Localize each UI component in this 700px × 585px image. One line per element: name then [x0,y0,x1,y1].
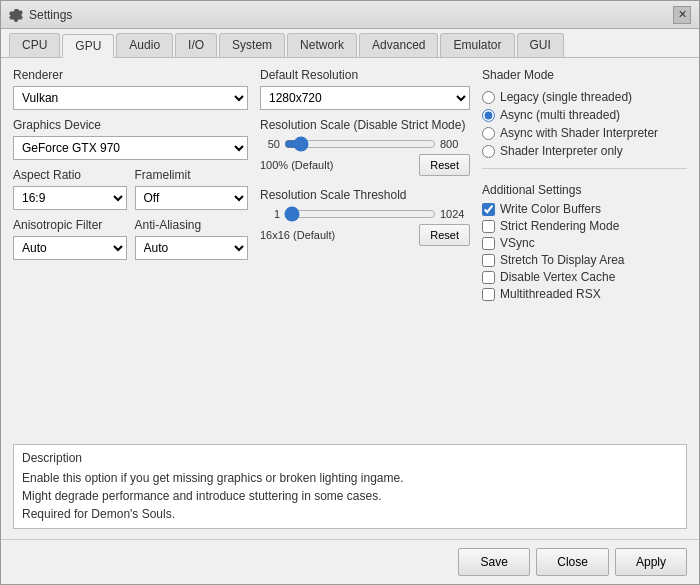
res-scale-slider-row: 50 800 [260,136,470,152]
write-color-label: Write Color Buffers [500,202,601,216]
shader-async-interpreter-label: Async with Shader Interpreter [500,126,658,140]
description-text: Enable this option if you get missing gr… [22,469,678,523]
shader-legacy-item: Legacy (single threaded) [482,90,687,104]
description-box: Description Enable this option if you ge… [13,444,687,529]
tab-system[interactable]: System [219,33,285,57]
shader-legacy-radio[interactable] [482,91,495,104]
apply-button[interactable]: Apply [615,548,687,576]
strict-rendering-label: Strict Rendering Mode [500,219,619,233]
res-threshold-slider[interactable] [284,206,436,222]
disable-vertex-item: Disable Vertex Cache [482,270,687,284]
write-color-item: Write Color Buffers [482,202,687,216]
res-threshold-min: 1 [260,208,280,220]
strict-rendering-item: Strict Rendering Mode [482,219,687,233]
titlebar-left: Settings [9,8,72,22]
tab-gui[interactable]: GUI [517,33,564,57]
res-threshold-label: Resolution Scale Threshold [260,188,470,202]
graphics-device-group: Graphics Device GeForce GTX 970 [13,118,248,160]
shader-interpreter-only-radio[interactable] [482,145,495,158]
res-threshold-reset-button[interactable]: Reset [419,224,470,246]
graphics-device-label: Graphics Device [13,118,248,132]
shader-async-multi-item: Async (multi threaded) [482,108,687,122]
tab-audio[interactable]: Audio [116,33,173,57]
aspect-ratio-select[interactable]: 16:9 4:3 Auto [13,186,127,210]
disable-vertex-checkbox[interactable] [482,271,495,284]
res-scale-reset-button[interactable]: Reset [419,154,470,176]
anisotropic-group: Anisotropic Filter Auto 2x 4x 8x 16x [13,218,127,260]
aspect-ratio-label: Aspect Ratio [13,168,127,182]
left-panel: Renderer Vulkan OpenGL Null Graphics Dev… [13,68,248,436]
stretch-display-item: Stretch To Display Area [482,253,687,267]
additional-title: Additional Settings [482,183,687,197]
titlebar: Settings ✕ [1,1,699,29]
antialiasing-select[interactable]: Auto None FXAA [135,236,249,260]
framelimit-group: Framelimit Off 30 60 120 [135,168,249,210]
window-title: Settings [29,8,72,22]
tab-network[interactable]: Network [287,33,357,57]
tab-gpu[interactable]: GPU [62,34,114,58]
write-color-checkbox[interactable] [482,203,495,216]
anisotropic-label: Anisotropic Filter [13,218,127,232]
res-scale-slider[interactable] [284,136,436,152]
renderer-label: Renderer [13,68,248,82]
right-panel: Shader Mode Legacy (single threaded) Asy… [482,68,687,436]
res-threshold-max: 1024 [440,208,470,220]
default-resolution-group: Default Resolution 1280x720 1920x1080 38… [260,68,470,110]
antialiasing-group: Anti-Aliasing Auto None FXAA [135,218,249,260]
tab-emulator[interactable]: Emulator [440,33,514,57]
res-threshold-value-row: 16x16 (Default) Reset [260,224,470,246]
multithreaded-rsx-checkbox[interactable] [482,288,495,301]
disable-vertex-label: Disable Vertex Cache [500,270,615,284]
stretch-display-label: Stretch To Display Area [500,253,625,267]
settings-icon [9,8,23,22]
renderer-group: Renderer Vulkan OpenGL Null [13,68,248,110]
res-scale-default-label: 100% (Default) [260,159,333,171]
res-scale-value-row: 100% (Default) Reset [260,154,470,176]
framelimit-select[interactable]: Off 30 60 120 [135,186,249,210]
close-button[interactable]: Close [536,548,609,576]
shader-interpreter-only-label: Shader Interpreter only [500,144,623,158]
multithreaded-rsx-label: Multithreaded RSX [500,287,601,301]
main-area: Renderer Vulkan OpenGL Null Graphics Dev… [13,68,687,436]
close-window-button[interactable]: ✕ [673,6,691,24]
additional-settings: Additional Settings Write Color Buffers … [482,183,687,301]
res-threshold-slider-row: 1 1024 [260,206,470,222]
shader-async-multi-label: Async (multi threaded) [500,108,620,122]
anisotropic-select[interactable]: Auto 2x 4x 8x 16x [13,236,127,260]
res-scale-max: 800 [440,138,470,150]
footer-bar: Save Close Apply [1,539,699,584]
tab-cpu[interactable]: CPU [9,33,60,57]
shader-async-interpreter-item: Async with Shader Interpreter [482,126,687,140]
tab-io[interactable]: I/O [175,33,217,57]
framelimit-label: Framelimit [135,168,249,182]
renderer-select[interactable]: Vulkan OpenGL Null [13,86,248,110]
res-threshold-container: Resolution Scale Threshold 1 1024 16x16 … [260,188,470,246]
vsync-item: VSync [482,236,687,250]
vsync-checkbox[interactable] [482,237,495,250]
shader-mode-title: Shader Mode [482,68,687,82]
multithreaded-rsx-item: Multithreaded RSX [482,287,687,301]
shader-async-interpreter-radio[interactable] [482,127,495,140]
settings-window: Settings ✕ CPU GPU Audio I/O System Netw… [0,0,700,585]
shader-async-multi-radio[interactable] [482,109,495,122]
graphics-device-select[interactable]: GeForce GTX 970 [13,136,248,160]
tabs-bar: CPU GPU Audio I/O System Network Advance… [1,29,699,58]
description-title: Description [22,451,678,465]
tab-advanced[interactable]: Advanced [359,33,438,57]
shader-interpreter-only-item: Shader Interpreter only [482,144,687,158]
strict-rendering-checkbox[interactable] [482,220,495,233]
stretch-display-checkbox[interactable] [482,254,495,267]
vsync-label: VSync [500,236,535,250]
aspect-ratio-group: Aspect Ratio 16:9 4:3 Auto [13,168,127,210]
aspect-framelimit-row: Aspect Ratio 16:9 4:3 Auto Framelimit Of… [13,168,248,210]
middle-panel: Default Resolution 1280x720 1920x1080 38… [260,68,470,436]
shader-legacy-label: Legacy (single threaded) [500,90,632,104]
shader-section: Shader Mode Legacy (single threaded) Asy… [482,68,687,158]
content-area: Renderer Vulkan OpenGL Null Graphics Dev… [1,58,699,539]
default-resolution-label: Default Resolution [260,68,470,82]
default-resolution-select[interactable]: 1280x720 1920x1080 3840x2160 [260,86,470,110]
antialiasing-label: Anti-Aliasing [135,218,249,232]
res-threshold-default-label: 16x16 (Default) [260,229,335,241]
res-scale-label: Resolution Scale (Disable Strict Mode) [260,118,470,132]
save-button[interactable]: Save [458,548,530,576]
